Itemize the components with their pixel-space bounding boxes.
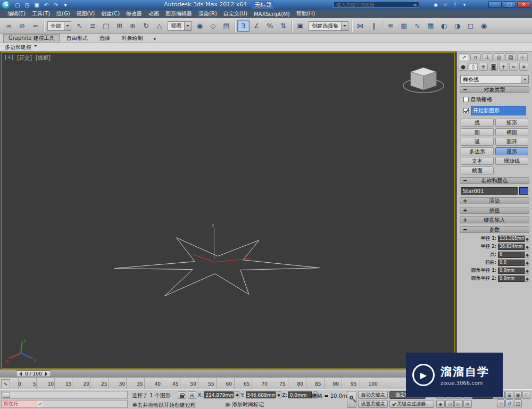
unlink-selection-icon[interactable]: ⊘ [16,20,28,32]
quick-access-dropdown-icon[interactable]: ▾ [61,1,70,9]
shape-button[interactable]: 矩形 [495,119,528,127]
menu-item[interactable]: 渲染(R) [195,10,220,18]
new-scene-icon[interactable]: ▢ [13,1,22,9]
shape-button[interactable]: 文本 [461,157,494,165]
help-icon[interactable]: ? [450,1,460,8]
collapsed-rollout[interactable]: 渲染 [460,197,529,204]
named-selection-sets-dropdown[interactable]: 创建选择集 [309,21,348,31]
auto-key-button[interactable]: 自动关键点 [358,391,388,399]
shape-button[interactable]: 圆环 [495,138,528,146]
time-configuration-icon[interactable]: ◷ [463,400,472,408]
rectangular-selection-region-icon[interactable]: □ [100,20,112,32]
help-dropdown-icon[interactable]: ▾ [460,1,469,8]
mirror-icon[interactable]: ⋈ [354,20,367,32]
track-bar[interactable]: ∿ 05101520253035404550556065707580859095… [0,378,456,389]
search-binoculars-icon[interactable]: ∞ [413,2,418,7]
use-pivot-point-center-icon[interactable]: ◉ [194,20,206,32]
menu-item[interactable]: 自定义(U) [220,10,251,18]
parameter-value-field[interactable]: 0.0mm [498,268,525,274]
spinner-control[interactable] [525,244,529,250]
coord-x-spinner[interactable] [235,391,239,398]
selection-lock-toggle[interactable] [178,391,186,399]
spinner-control[interactable] [525,268,529,274]
viewport-shading-menu[interactable]: [线框] [36,54,51,62]
spinner-control[interactable] [525,252,529,258]
ribbon-tab[interactable]: 选择 [94,34,115,43]
key-filters-button[interactable]: 关键点过滤器... [389,400,434,408]
shape-button[interactable]: 弧 [461,138,494,146]
subtab-helpers-icon[interactable]: + [499,63,508,71]
set-key-mode-button[interactable]: 设置关键点 [358,400,388,408]
spinner-control[interactable] [525,236,529,242]
select-and-manipulate-icon[interactable]: ◇ [207,20,219,32]
zoom-extents-icon[interactable]: ▣ [514,391,522,399]
subtab-space-warps-icon[interactable]: ≈ [509,63,518,71]
shape-button[interactable]: 椭圆 [495,128,528,136]
shape-button[interactable]: 圆 [461,128,494,136]
percent-snap-icon[interactable]: % [264,20,276,32]
add-time-tag-button[interactable]: 添加时间标记 [226,401,264,408]
menu-item[interactable]: 工具(T) [29,10,53,18]
viewport-pov-menu[interactable]: [正交] [17,54,32,62]
maxscript-mini-listener[interactable]: 所在行 < [1,400,128,408]
subtab-lights-icon[interactable]: ☀ [479,63,488,71]
rendered-frame-window-icon[interactable]: ◻ [464,20,477,32]
selection-filter-dropdown[interactable]: 全部 [47,21,71,31]
tab-hierarchy-icon[interactable]: ⊥ [482,53,493,61]
application-menu-button[interactable] [2,1,10,9]
minimize-button[interactable]: ─ [488,1,502,8]
redo-icon[interactable]: ↷ [52,1,60,9]
keyboard-shortcut-override-icon[interactable]: ▤ [220,20,232,32]
maximize-button[interactable]: □ [503,1,516,8]
favorites-star-icon[interactable]: ☆ [440,1,450,8]
search-input[interactable] [335,2,413,8]
time-slider-track[interactable]: 0 / 100 [0,369,456,378]
key-mode-toggle-icon[interactable]: ◈ [436,400,445,408]
menu-item[interactable]: 图形编辑器 [162,10,195,18]
parameter-value-field[interactable]: 131.305mm [498,236,525,242]
ribbon-subtab-polygon-modeling[interactable]: 多边形建模 [5,44,37,51]
parameter-value-field[interactable]: 6 [498,252,525,258]
tab-utilities-icon[interactable]: ⊹ [517,53,528,61]
subtab-systems-icon[interactable]: ∗ [519,63,528,71]
maximize-viewport-icon[interactable]: ◱ [514,399,522,407]
open-file-icon[interactable]: ◳ [23,1,31,9]
menu-item[interactable]: 编辑(E) [4,10,29,18]
shape-button[interactable]: 多边形 [461,147,494,155]
rollout-parameters[interactable]: 参数 [460,226,529,233]
set-key-button[interactable] [347,391,356,408]
shape-button[interactable]: 线 [461,119,494,127]
coord-x-field[interactable]: 214.879mm [204,391,234,398]
select-and-link-icon[interactable]: ∞ [3,20,15,32]
select-and-move-icon[interactable]: ⊕ [127,20,139,32]
menu-item[interactable]: 修改器 [123,10,145,18]
material-editor-icon[interactable]: ◐ [438,20,450,32]
macro-recorder-line[interactable]: 所在行 [2,400,37,407]
select-by-name-icon[interactable]: ≡ [87,20,99,32]
edit-named-selection-sets-icon[interactable]: ▣ [294,20,306,32]
render-setup-icon[interactable]: ◑ [451,20,463,32]
align-icon[interactable]: ∥ [368,20,380,32]
spinner-snap-icon[interactable]: ⇅ [277,20,289,32]
zoom-region-icon[interactable]: ◻ [522,391,530,399]
time-slider-handle[interactable]: 0 / 100 [16,370,51,377]
viewport-layout-tabs-icon[interactable] [3,392,10,398]
menu-item[interactable]: 动画 [145,10,162,18]
subtab-cameras-icon[interactable]: ◙ [489,63,498,71]
ribbon-tab[interactable]: 自由形式 [61,34,93,43]
ribbon-tab[interactable]: 对象绘制 [117,34,148,43]
start-new-shape-label[interactable]: 开始新图形 [471,106,526,115]
rollout-name-and-color[interactable]: 名称和颜色 [460,177,529,184]
tab-create-icon[interactable]: ↗ [459,53,469,61]
subtab-geometry-icon[interactable]: ● [459,63,468,71]
previous-key-icon[interactable]: ◁ [445,400,454,408]
curve-editor-icon[interactable]: ∿ [411,20,423,32]
menu-item[interactable]: 视图(V) [73,10,98,18]
pan-view-icon[interactable]: ⊹ [497,399,505,407]
coord-z-field[interactable]: 0.0mm [288,391,312,398]
select-object-icon[interactable]: ↖ [73,20,86,32]
orbit-icon[interactable]: ↺ [505,399,513,407]
undo-icon[interactable]: ↶ [42,1,51,9]
previous-frame-arrow-icon[interactable] [16,371,22,377]
object-name-field[interactable]: Star001 [461,187,518,195]
